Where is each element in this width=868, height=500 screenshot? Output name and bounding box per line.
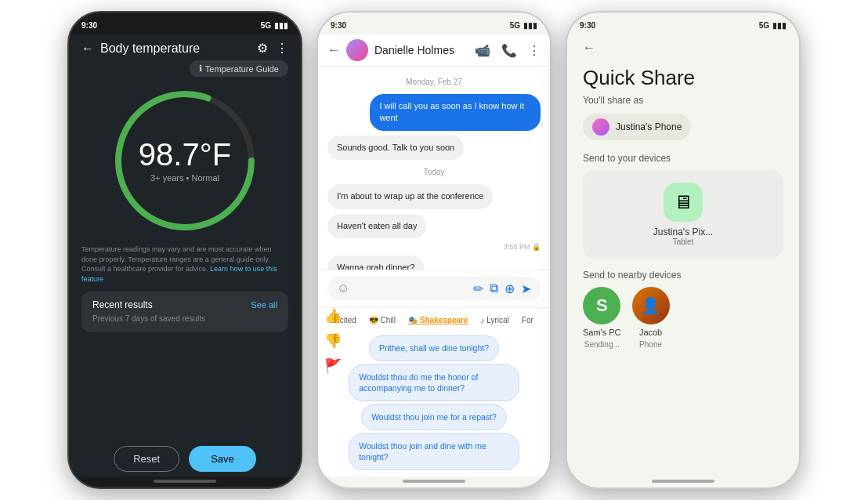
feedback-actions: 👍 👎 🚩	[324, 307, 342, 375]
share-as-chip[interactable]: Justina's Phone	[583, 114, 691, 140]
my-devices-label: Send to your devices	[583, 153, 783, 164]
share-as-label: You'll share as	[583, 95, 783, 106]
disclaimer-text: Temperature readings may vary and are mo…	[81, 245, 288, 284]
status-bar-2: 9:30 5G ▮▮▮	[318, 13, 550, 34]
nearby-devices-list: S Sam's PC Sending... 👤 Jacob Phone	[583, 287, 783, 349]
tab-shakespeare[interactable]: 🎭 Shakespeare	[402, 313, 475, 328]
back-icon-3[interactable]: ←	[583, 41, 595, 55]
jacob-name: Jacob	[639, 328, 662, 337]
share-as-name: Justina's Phone	[616, 121, 682, 132]
nearby-device-sam[interactable]: S Sam's PC Sending...	[583, 287, 621, 349]
save-button[interactable]: Save	[189, 446, 256, 472]
header-icons: ⚙ ⋮	[257, 41, 288, 56]
messages-screen: ← Danielle Holmes 📹 📞 ⋮ Monday, Feb 27 I…	[318, 34, 550, 476]
more-options-icon[interactable]: ⋮	[528, 43, 541, 58]
message-input-icons: ✏ ⧉ ⊕ ➤	[473, 281, 531, 296]
message-bubble: Haven't eaten all day	[327, 214, 426, 238]
action-buttons: Reset Save	[81, 446, 288, 472]
message-input-row: ☺ ✏ ⧉ ⊕ ➤	[327, 277, 541, 301]
nearby-devices-label: Send to nearby devices	[583, 270, 783, 281]
status-bar-1: 9:30 5G ▮▮▮	[69, 13, 301, 34]
phone-2-messages: 9:30 5G ▮▮▮ ← Danielle Holmes 📹 📞 ⋮ Mond…	[316, 11, 552, 489]
emoji-icon[interactable]: ☺	[337, 281, 349, 295]
back-icon-2[interactable]: ←	[327, 43, 340, 57]
recent-results-title: Recent results	[92, 299, 153, 310]
back-icon[interactable]: ←	[81, 42, 94, 56]
camera-notch-1	[181, 17, 189, 25]
thumbs-up-icon[interactable]: 👍	[324, 307, 342, 324]
suggestion-bubble[interactable]: Prithee, shall we dine tonight?	[369, 335, 499, 361]
tone-tabs: Excited 😎 Chill 🎭 Shakespeare ♪ Lyrical …	[318, 307, 550, 331]
message-input-area: ☺ ✏ ⧉ ⊕ ➤	[318, 270, 550, 307]
my-devices-card: 🖥 Justina's Pix... Tablet	[583, 170, 783, 259]
phone-call-icon[interactable]: 📞	[501, 43, 517, 58]
time-3: 9:30	[580, 21, 595, 30]
suggestion-bubble[interactable]: Wouldst thou join and dine with me tonig…	[349, 433, 519, 470]
tab-for[interactable]: For	[515, 313, 540, 328]
suggestion-bubble[interactable]: Wouldst thou join me for a repast?	[361, 404, 507, 430]
p3-header: ←	[583, 34, 783, 58]
message-time: 3:55 PM 🔒	[504, 243, 541, 251]
date-label-feb27: Monday, Feb 27	[327, 78, 541, 86]
flag-icon[interactable]: 🚩	[324, 357, 342, 375]
sam-avatar: S	[583, 287, 620, 324]
add-icon[interactable]: ⊕	[505, 281, 515, 296]
signal-2: 5G ▮▮▮	[510, 21, 537, 30]
thumbs-down-icon[interactable]: 👎	[324, 332, 342, 350]
ai-suggestions: Prithee, shall we dine tonight? Wouldst …	[318, 331, 550, 476]
status-bar-3: 9:30 5G ▮▮▮	[567, 13, 799, 34]
temperature-circle: 98.7°F 3+ years • Normal	[110, 86, 259, 235]
quickshare-title: Quick Share	[583, 66, 783, 90]
temperature-screen: ← Body temperature ⚙ ⋮ ℹ Temperature Gui…	[69, 34, 301, 476]
jacob-avatar: 👤	[632, 287, 670, 324]
device-type: Tablet	[673, 237, 694, 246]
device-name: Justina's Pix...	[653, 226, 713, 237]
copy-icon[interactable]: ⧉	[490, 281, 498, 296]
message-list: Monday, Feb 27 I will call you as soon a…	[318, 67, 550, 270]
share-as-avatar	[592, 118, 609, 136]
video-call-icon[interactable]: 📹	[475, 43, 490, 58]
page-title: Body temperature	[100, 42, 251, 56]
suggestion-bubble[interactable]: Wouldst thou do me the honor of accompan…	[349, 364, 519, 401]
time-1: 9:30	[81, 21, 97, 30]
camera-notch-2	[430, 17, 438, 25]
message-bubble: Wanna grab dinner?	[327, 255, 424, 270]
sam-status: Sending...	[584, 340, 620, 349]
nearby-device-jacob[interactable]: 👤 Jacob Phone	[632, 287, 670, 349]
message-header-icons: 📹 📞 ⋮	[475, 43, 541, 58]
recent-results-card: Recent results See all Previous 7 days o…	[81, 292, 288, 332]
sam-name: Sam's PC	[583, 328, 621, 337]
phone-3-quickshare: 9:30 5G ▮▮▮ ← Quick Share You'll share a…	[566, 11, 801, 489]
home-bar-3	[652, 480, 714, 483]
recent-results-sub: Previous 7 days of saved results	[92, 314, 205, 323]
send-icon[interactable]: ➤	[521, 281, 531, 296]
reset-button[interactable]: Reset	[114, 446, 179, 472]
tablet-icon: 🖥	[674, 191, 693, 213]
message-bubble: I will call you as soon as I know how it…	[370, 94, 541, 131]
date-label-today: Today	[327, 168, 541, 176]
tab-lyrical[interactable]: ♪ Lyrical	[475, 313, 515, 328]
signal-3: 5G ▮▮▮	[759, 21, 787, 30]
temperature-gauge: 98.7°F 3+ years • Normal	[81, 86, 288, 235]
settings-icon[interactable]: ⚙	[257, 41, 268, 56]
contact-avatar	[346, 39, 368, 61]
message-bubble: I'm about to wrap up at the conference	[327, 184, 493, 208]
see-all-link[interactable]: See all	[251, 300, 277, 310]
message-bubble: Sounds good. Talk to you soon	[327, 136, 464, 160]
tab-chill[interactable]: 😎 Chill	[363, 313, 402, 328]
contact-name: Danielle Holmes	[374, 44, 468, 56]
recent-results-header: Recent results See all	[92, 299, 277, 310]
more-icon[interactable]: ⋮	[276, 41, 288, 56]
edit-icon[interactable]: ✏	[473, 281, 483, 296]
camera-notch-3	[679, 17, 687, 25]
quickshare-screen: ← Quick Share You'll share as Justina's …	[567, 34, 799, 476]
info-icon: ℹ	[199, 63, 202, 74]
phone-1-body-temperature: 9:30 5G ▮▮▮ ← Body temperature ⚙ ⋮ ℹ Tem…	[67, 11, 302, 489]
temperature-guide-button[interactable]: ℹ Temperature Guide	[190, 60, 288, 77]
device-icon: 🖥	[664, 183, 703, 222]
time-2: 9:30	[331, 21, 346, 30]
messages-header: ← Danielle Holmes 📹 📞 ⋮	[318, 34, 550, 67]
jacob-type: Phone	[639, 340, 662, 349]
home-bar-2	[403, 480, 465, 483]
signal-1: 5G ▮▮▮	[261, 21, 288, 30]
